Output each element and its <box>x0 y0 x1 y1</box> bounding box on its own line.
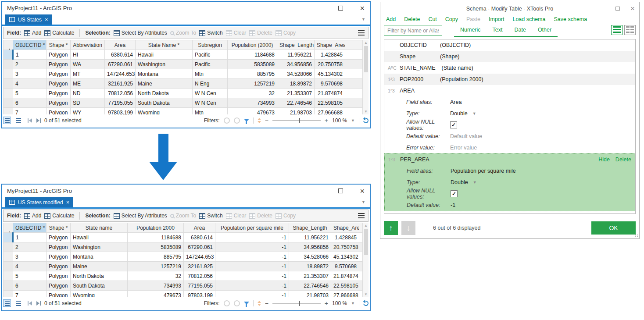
error-value-field[interactable]: Error value <box>450 145 477 151</box>
type-dropdown-caret-icon[interactable]: ▼ <box>472 111 476 116</box>
row-selector[interactable] <box>4 291 13 298</box>
column-header[interactable]: Shape * <box>47 223 71 233</box>
form-view-button[interactable] <box>14 299 22 307</box>
maximize-button[interactable] <box>338 6 343 11</box>
zoom-in-button[interactable]: + <box>325 117 328 124</box>
menu-add[interactable]: Add <box>386 16 396 22</box>
vertical-scrollbar[interactable]: ▲▼ <box>363 40 369 114</box>
allow-null-checkbox[interactable]: ✓ <box>450 121 457 128</box>
time-filter-icon[interactable] <box>224 300 230 306</box>
column-header[interactable]: Shape_Area <box>331 223 359 233</box>
column-header[interactable]: Area <box>184 223 215 233</box>
column-header[interactable]: State name <box>71 223 128 233</box>
menu-cut[interactable]: Cut <box>428 16 436 22</box>
move-field-down-button[interactable]: ↓ <box>401 221 415 235</box>
row-selector[interactable] <box>4 233 13 242</box>
delete-selection-button[interactable]: Delete <box>249 213 272 219</box>
zoom-caret-icon[interactable]: ▼ <box>351 118 355 123</box>
table-view-button[interactable] <box>3 299 11 307</box>
scroll-thumb[interactable] <box>364 229 368 255</box>
dialog-close-button[interactable]: × <box>630 5 635 12</box>
refresh-icon[interactable] <box>362 117 370 124</box>
zoom-to-button[interactable]: Zoom To <box>170 213 196 219</box>
first-record-icon[interactable] <box>28 118 32 123</box>
table-row[interactable]: 3 Polygon Montana 885795 147244.653 -1 3… <box>4 252 363 262</box>
table-row[interactable]: 5 Polygon ND 70812.056 North Dakota W N … <box>4 89 363 98</box>
table-row[interactable]: 7 Polygon Wyoming 479673 97803.199 -1 21… <box>4 291 363 298</box>
type-value[interactable]: Double <box>451 179 468 185</box>
table-row[interactable]: 7 Polygon WY 97803.199 Wyoming Mtn 47967… <box>4 108 363 115</box>
row-selector[interactable] <box>4 89 13 98</box>
tab-us-states-modified[interactable]: US States modified × <box>5 197 73 207</box>
clear-selection-button[interactable]: Clear <box>226 213 247 219</box>
row-selector[interactable] <box>4 252 13 262</box>
row-selector[interactable] <box>4 98 13 108</box>
sort-updown-icon[interactable] <box>258 301 261 306</box>
field-row-state-name[interactable]: AᴮC STATE_NAME (State name) <box>384 62 635 74</box>
zoom-slider[interactable] <box>272 303 321 304</box>
select-by-attributes-button[interactable]: Select By Attributes <box>114 213 167 219</box>
zoom-level[interactable]: 100 % <box>332 300 347 306</box>
last-record-icon[interactable] <box>36 301 41 306</box>
menu-save-schema[interactable]: Save schema <box>554 16 587 22</box>
menu-icon[interactable] <box>358 213 365 218</box>
tab-us-states[interactable]: US States × <box>5 14 52 25</box>
column-header[interactable]: Subregion <box>193 40 228 50</box>
field-row-area[interactable]: 1²3 AREA <box>384 85 635 96</box>
field-alias-value[interactable]: Area <box>450 99 462 105</box>
row-selector[interactable] <box>4 60 13 69</box>
clear-selection-button[interactable]: Clear <box>226 30 247 36</box>
scroll-thumb[interactable] <box>364 46 368 72</box>
close-button[interactable]: × <box>360 4 365 12</box>
scroll-down-icon[interactable]: ▼ <box>364 292 368 296</box>
menu-icon[interactable] <box>358 30 365 36</box>
calculate-field-button[interactable]: Calculate <box>44 213 74 219</box>
row-selector[interactable] <box>4 281 13 291</box>
column-header[interactable]: Area <box>105 40 136 50</box>
ok-button[interactable]: OK <box>591 221 636 235</box>
field-row-per-area[interactable]: 1²3 PER_AREA Hide Delete <box>385 154 635 165</box>
row-selector[interactable] <box>4 262 13 271</box>
zoom-in-button[interactable]: + <box>325 300 328 307</box>
hide-link[interactable]: Hide <box>598 156 610 163</box>
allow-null-checkbox[interactable]: ✓ <box>451 190 458 197</box>
table-row[interactable]: 1 Polygon Hawaii 1184688 6380.614 -1 11.… <box>4 233 363 242</box>
field-row-objectid[interactable]: OBJECTID (OBJECTID) <box>384 39 635 51</box>
column-header[interactable]: Shape_Length <box>277 40 315 50</box>
row-selector[interactable] <box>4 79 13 89</box>
definition-filter-icon[interactable] <box>244 119 249 122</box>
range-filter-icon[interactable] <box>234 117 240 124</box>
first-record-icon[interactable] <box>28 301 32 306</box>
add-field-button[interactable]: Add <box>24 213 41 219</box>
column-header[interactable]: State Name * <box>136 40 193 50</box>
vertical-scrollbar[interactable]: ▲▼ <box>363 223 369 297</box>
table-row[interactable]: 4 Polygon Maine 1257219 32161.925 -1 18.… <box>4 262 363 271</box>
column-header[interactable]: OBJECTID * <box>13 223 47 233</box>
time-filter-icon[interactable] <box>224 117 230 124</box>
column-header[interactable]: Population per square mile <box>215 223 289 233</box>
last-record-icon[interactable] <box>36 118 41 123</box>
title-bar[interactable]: MyProject11 - ArcGIS Pro × <box>2 2 370 14</box>
table-view-button[interactable] <box>3 117 11 124</box>
default-value-field[interactable]: Default value <box>450 133 482 139</box>
switch-selection-button[interactable]: Switch <box>199 213 222 219</box>
zoom-out-button[interactable]: − <box>265 300 268 307</box>
resize-grip[interactable] <box>635 234 638 238</box>
copy-selection-button[interactable]: Copy <box>275 30 296 36</box>
default-value-field[interactable]: -1 <box>451 202 455 208</box>
table-row[interactable]: 2 Polygon Washington 5835089 67290.061 -… <box>4 242 363 252</box>
scroll-down-icon[interactable]: ▼ <box>364 110 368 114</box>
menu-load-schema[interactable]: Load schema <box>512 16 545 22</box>
delete-selection-button[interactable]: Delete <box>249 30 272 36</box>
menu-delete[interactable]: Delete <box>404 16 420 22</box>
row-selector[interactable] <box>4 69 13 79</box>
tab-list-caret-icon[interactable]: ▼ <box>361 17 365 21</box>
field-row-pop2000[interactable]: 1²3 POP2000 (Population 2000) <box>384 74 635 85</box>
column-header[interactable]: Abbreviation <box>71 40 105 50</box>
row-selector[interactable] <box>4 108 13 115</box>
type-dropdown-caret-icon[interactable]: ▼ <box>473 180 477 185</box>
list-view-button[interactable] <box>611 25 623 35</box>
range-filter-icon[interactable] <box>234 300 240 306</box>
switch-selection-button[interactable]: Switch <box>199 30 222 36</box>
move-field-up-button[interactable]: ↑ <box>384 221 398 235</box>
